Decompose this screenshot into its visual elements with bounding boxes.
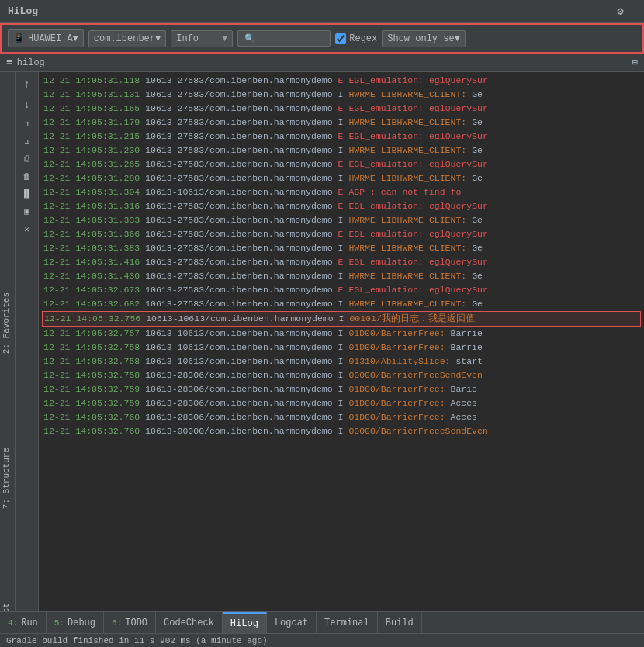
bottom-tab-todo[interactable]: 6: TODO	[104, 612, 156, 633]
log-line: 12-21 14:05:32.757 10613-10613/com.ibenb…	[42, 327, 641, 341]
favorites-label[interactable]: 2: Favorites	[0, 289, 12, 357]
log-line: 12-21 14:05:31.304 10613-10613/com.ibenb…	[42, 185, 641, 199]
tab-number: 6:	[112, 618, 122, 628]
bottom-tab-codecheck[interactable]: CodeCheck	[156, 612, 223, 633]
package-select[interactable]: com.ibenber▼	[88, 30, 166, 47]
bottom-tab-build[interactable]: Build	[378, 612, 422, 633]
scroll-up-btn[interactable]: ↑	[17, 75, 37, 94]
regex-checkbox[interactable]	[335, 33, 346, 44]
log-line: 12-21 14:05:31.179 10613-27583/com.ibenb…	[42, 116, 641, 130]
status-text: Gradle build finished in 11 s 902 ms (a …	[6, 636, 268, 645]
bottom-tab-run[interactable]: 4: Run	[0, 612, 47, 633]
log-line: 12-21 14:05:31.383 10613-27583/com.ibenb…	[42, 241, 641, 255]
log-line: 12-21 14:05:32.758 10613-10613/com.ibenb…	[42, 341, 641, 355]
level-label: Info	[176, 33, 199, 44]
tab-label: Debug	[68, 618, 95, 628]
scroll-top-btn[interactable]: ⇈	[17, 116, 37, 132]
bottom-tab-debug[interactable]: 5: Debug	[47, 612, 104, 633]
bottom-tab-terminal[interactable]: Terminal	[317, 612, 378, 633]
log-menu-icon: ≡	[6, 57, 12, 68]
log-header: ≡ hilog ⊞	[0, 54, 644, 72]
log-line: 12-21 14:05:32.759 10613-28306/com.ibenb…	[42, 382, 641, 396]
show-only-button[interactable]: Show only se▼	[382, 30, 466, 47]
regex-checkbox-wrap: Regex	[335, 33, 377, 44]
log-line: 12-21 14:05:32.673 10613-27583/com.ibenb…	[42, 283, 641, 297]
log-line: 12-21 14:05:32.682 10613-27583/com.ibenb…	[42, 297, 641, 311]
scroll-down-btn[interactable]: ↓	[17, 95, 37, 114]
tab-label: HiLog	[230, 618, 258, 629]
status-bar: Gradle build finished in 11 s 902 ms (a …	[0, 633, 644, 647]
title-bar: HiLog ⚙ —	[0, 0, 644, 23]
main-area: 2: Favorites 7: Structure 1: Project ↑ ↓…	[0, 72, 644, 611]
side-toolbar: ↑ ↓ ⇈ ⇊ ⎙ 🗑 ▐▌ ▣ ✕	[16, 72, 39, 611]
grid-btn[interactable]: ▣	[17, 203, 37, 220]
tab-label: TODO	[125, 618, 147, 628]
title-bar-controls: ⚙ —	[617, 5, 636, 18]
device-label: HUAWEI A▼	[28, 33, 78, 44]
log-line: 12-21 14:05:32.758 10613-28306/com.ibenb…	[42, 368, 641, 382]
search-box[interactable]: 🔍	[237, 30, 331, 47]
structure-label[interactable]: 7: Structure	[0, 445, 12, 512]
tab-label: Build	[386, 618, 414, 628]
log-title: hilog	[17, 57, 45, 68]
log-line: 12-21 14:05:32.760 10613-28306/com.ibenb…	[42, 410, 641, 424]
bottom-tab-bar: 4: Run5: Debug6: TODO CodeCheck HiLog Lo…	[0, 611, 644, 633]
level-caret: ▼	[222, 33, 227, 44]
tab-label: Terminal	[324, 618, 369, 628]
log-header-left: ≡ hilog	[6, 57, 45, 68]
log-line: 12-21 14:05:32.758 10613-10613/com.ibenb…	[42, 355, 641, 368]
log-grid-icon[interactable]: ⊞	[632, 57, 638, 68]
log-content[interactable]: 12-21 14:05:31.118 10613-27583/com.ibenb…	[39, 72, 644, 611]
tab-label: Logcat	[275, 618, 308, 628]
tab-number: 5:	[54, 618, 64, 628]
settings-icon[interactable]: ⚙	[617, 5, 623, 18]
delete-btn[interactable]: 🗑	[17, 168, 37, 185]
log-line: 12-21 14:05:31.316 10613-27583/com.ibenb…	[42, 199, 641, 213]
scroll-bottom-btn[interactable]: ⇊	[17, 133, 37, 150]
split-btn[interactable]: ▐▌	[17, 186, 37, 202]
device-select[interactable]: 📱 HUAWEI A▼	[8, 29, 84, 47]
close-btn[interactable]: ✕	[17, 221, 37, 237]
show-only-label: Show only se▼	[387, 33, 460, 44]
log-line: 12-21 14:05:31.131 10613-27583/com.ibenb…	[42, 88, 641, 102]
log-line: 12-21 14:05:31.265 10613-27583/com.ibenb…	[42, 157, 641, 171]
search-icon: 🔍	[244, 33, 255, 43]
log-line: 12-21 14:05:31.118 10613-27583/com.ibenb…	[42, 74, 641, 88]
bottom-tab-logcat[interactable]: Logcat	[267, 612, 317, 633]
log-line: 12-21 14:05:31.366 10613-27583/com.ibenb…	[42, 227, 641, 241]
print-btn[interactable]: ⎙	[17, 151, 37, 167]
tab-number: 4:	[8, 618, 18, 628]
log-line: 12-21 14:05:31.230 10613-27583/com.ibenb…	[42, 144, 641, 157]
level-select[interactable]: Info ▼	[171, 30, 233, 47]
log-line: 12-21 14:05:31.165 10613-27583/com.ibenb…	[42, 102, 641, 116]
project-label[interactable]: 1: Project	[0, 600, 12, 611]
log-line: 12-21 14:05:31.416 10613-27583/com.ibenb…	[42, 255, 641, 269]
tab-label: Run	[21, 618, 38, 628]
log-line: 12-21 14:05:31.280 10613-27583/com.ibenb…	[42, 171, 641, 185]
log-line: 12-21 14:05:31.215 10613-27583/com.ibenb…	[42, 130, 641, 144]
package-label: com.ibenber▼	[94, 33, 161, 44]
tab-label: CodeCheck	[164, 618, 214, 628]
log-line: 12-21 14:05:32.759 10613-28306/com.ibenb…	[42, 396, 641, 410]
log-line: 12-21 14:05:31.430 10613-27583/com.ibenb…	[42, 269, 641, 283]
panel-side: 2: Favorites 7: Structure 1: Project	[0, 72, 16, 611]
minimize-icon[interactable]: —	[630, 5, 636, 18]
title-text: HiLog	[8, 5, 38, 17]
regex-label: Regex	[349, 33, 377, 44]
log-line: 12-21 14:05:31.333 10613-27583/com.ibenb…	[42, 213, 641, 227]
log-line: 12-21 14:05:32.756 10613-10613/com.ibenb…	[42, 311, 641, 327]
bottom-tab-hilog[interactable]: HiLog	[223, 612, 267, 633]
toolbar: 📱 HUAWEI A▼ com.ibenber▼ Info ▼ 🔍 Regex …	[0, 23, 644, 54]
log-line: 12-21 14:05:32.760 10613-00000/com.ibenb…	[42, 424, 641, 438]
phone-icon: 📱	[13, 33, 25, 44]
